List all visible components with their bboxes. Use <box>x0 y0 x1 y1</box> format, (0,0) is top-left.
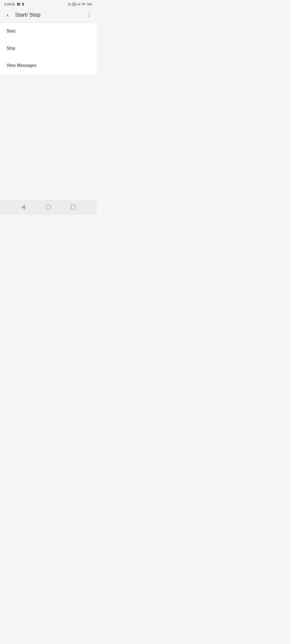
status-icons-left <box>17 2 25 6</box>
overflow-icon <box>86 12 92 18</box>
photo-icon <box>17 2 20 6</box>
nav-recent-icon <box>71 205 76 210</box>
battery-text: 78% <box>86 3 92 6</box>
svg-point-0 <box>89 13 90 14</box>
alarm-icon <box>68 3 71 6</box>
svg-point-1 <box>89 14 90 15</box>
nav-recent-button[interactable] <box>68 202 78 212</box>
signal-icon <box>82 2 85 6</box>
menu-item-view-messages-label: View Messages <box>6 63 37 68</box>
content-area: Start Stop View Messages <box>0 23 97 208</box>
location-icon <box>21 2 25 6</box>
bottom-navigation <box>0 200 97 215</box>
empty-content-area <box>0 74 97 208</box>
status-bar: 4:18:41 Vo 4G 78% <box>0 0 97 8</box>
menu-item-view-messages[interactable]: View Messages <box>0 57 97 74</box>
nav-home-icon <box>46 204 51 210</box>
svg-point-2 <box>89 16 90 17</box>
app-bar: ‹ Start/ Stop <box>0 8 97 23</box>
nav-home-button[interactable] <box>44 202 53 212</box>
page-title: Start/ Stop <box>13 12 84 18</box>
status-bar-right: Vo 4G 78% <box>68 2 92 6</box>
back-button[interactable]: ‹ <box>2 10 13 20</box>
menu-item-stop-label: Stop <box>6 46 15 51</box>
status-time: 4:18:41 <box>4 2 15 6</box>
nav-back-button[interactable] <box>19 202 28 212</box>
status-bar-left: 4:18:41 <box>4 2 25 6</box>
volte-badge: Vo <box>72 3 76 6</box>
overflow-menu-button[interactable] <box>84 10 95 20</box>
back-icon: ‹ <box>7 12 9 18</box>
nav-back-icon <box>21 204 25 210</box>
menu-item-start[interactable]: Start <box>0 23 97 40</box>
menu-item-start-label: Start <box>6 29 16 34</box>
menu-item-stop[interactable]: Stop <box>0 40 97 57</box>
network-badge: 4G <box>77 3 81 6</box>
